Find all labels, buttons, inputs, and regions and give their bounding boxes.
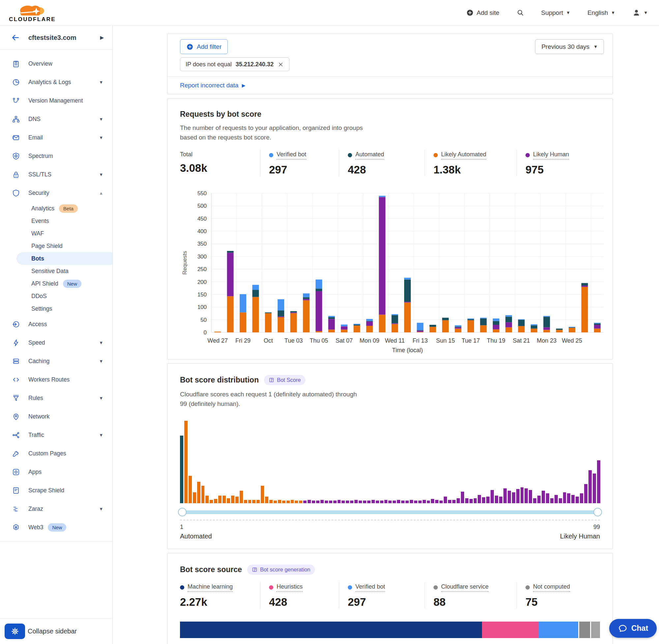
sidebar-item-rules[interactable]: Rules▼	[0, 389, 112, 407]
sidebar-item-settings[interactable]: Settings	[0, 302, 112, 315]
slider-handle-max[interactable]	[593, 508, 602, 516]
stack-icon	[12, 357, 20, 365]
histogram-bar-score-64	[448, 500, 451, 503]
svg-text:150: 150	[197, 292, 207, 298]
slider-handle-min[interactable]	[178, 508, 187, 516]
stat-value: 3.08k	[180, 162, 260, 175]
cloudflare-logo[interactable]: CLOUDFLARE	[8, 3, 57, 23]
sidebar-item-apps[interactable]: Apps	[0, 463, 112, 481]
histogram-bar-score-73	[486, 497, 490, 503]
stat-label: Machine learning	[188, 583, 233, 592]
histogram-bar-score-16	[244, 500, 247, 503]
branch-icon	[12, 97, 20, 105]
support-menu[interactable]: Support▼	[541, 9, 570, 17]
legend-dot	[348, 585, 352, 590]
histogram-bar-score-57	[418, 501, 422, 503]
sidebar-item-bots[interactable]: Bots	[17, 252, 112, 265]
bot-score-generation-badge[interactable]: Bot score generation	[247, 565, 315, 575]
sidebar-item-ssl-tls[interactable]: SSL/TLS▼	[0, 165, 112, 184]
stat-label: Not computed	[533, 583, 570, 592]
share-nodes-icon	[12, 431, 20, 439]
chat-bubble-icon	[618, 624, 628, 634]
sidebar-item-analytics-logs[interactable]: Analytics & Logs▼	[0, 73, 112, 91]
slider-track[interactable]	[180, 510, 600, 514]
sidebar-item-label: Workers Routes	[28, 376, 70, 383]
date-range-dropdown[interactable]: Previous 30 days▼	[535, 39, 604, 54]
sidebar-item-web3[interactable]: Web3New	[0, 518, 112, 536]
sidebar-item-api-shield[interactable]: API ShieldNew	[0, 277, 112, 290]
stat-likely-human: Likely Human975	[517, 150, 600, 176]
card-description: The number of requests to your applicati…	[180, 123, 363, 142]
histogram-bar-score-35	[325, 501, 328, 503]
sidebar-item-overview[interactable]: Overview	[0, 54, 112, 73]
histogram-bar-score-65	[452, 500, 455, 503]
back-arrow-icon[interactable]	[11, 33, 20, 42]
search-button[interactable]	[517, 9, 524, 17]
report-incorrect-data-link[interactable]: Report incorrect data▶	[180, 82, 245, 89]
histogram-bar-score-27	[291, 500, 294, 503]
clipboard-icon	[12, 60, 20, 68]
svg-text:Fri 13: Fri 13	[413, 337, 428, 344]
sidebar-item-sensitive-data[interactable]: Sensitive Data	[0, 265, 112, 277]
sidebar-item-dns[interactable]: DNS▼	[0, 110, 112, 128]
score-range-slider	[180, 508, 600, 516]
add-filter-button[interactable]: Add filter	[180, 39, 228, 54]
chevron-down-icon: ▼	[99, 359, 103, 364]
gear-icon	[10, 627, 20, 636]
sidebar-item-ddos[interactable]: DDoS	[0, 290, 112, 302]
legend-dot	[433, 153, 438, 157]
svg-text:Sat 07: Sat 07	[336, 337, 353, 344]
sidebar-item-custom-pages[interactable]: Custom Pages	[0, 444, 112, 463]
site-name[interactable]: cftestsite3.com	[28, 34, 100, 42]
sidebar-item-label: API Shield	[31, 280, 58, 287]
chat-button[interactable]: Chat	[609, 619, 657, 638]
histogram-bar-score-95	[580, 493, 583, 503]
source-bar-segment-cloudflare-service	[578, 622, 590, 638]
svg-text:Sat 21: Sat 21	[513, 337, 530, 344]
sidebar-item-waf[interactable]: WAF	[0, 227, 112, 240]
sidebar-item-zaraz[interactable]: Zaraz▼	[0, 500, 112, 518]
sidebar-item-access[interactable]: Access	[0, 315, 112, 334]
histogram-bar-score-19	[257, 500, 260, 503]
histogram-bar-score-10	[218, 496, 221, 503]
histogram-bar-score-29	[299, 501, 302, 503]
remove-filter-icon[interactable]	[278, 61, 284, 68]
histogram-bar-score-93	[571, 495, 574, 503]
svg-text:100: 100	[197, 304, 207, 310]
histogram-bar-score-69	[469, 499, 473, 503]
collapse-sidebar-button[interactable]: Collapse sidebar	[28, 627, 77, 635]
sidebar: cftestsite3.com ▶ OverviewAnalytics & Lo…	[0, 26, 113, 644]
sidebar-item-label: Sensitive Data	[31, 268, 69, 275]
sidebar-item-security[interactable]: Security▲	[0, 184, 112, 202]
preferences-button[interactable]	[5, 624, 25, 639]
sidebar-item-workers-routes[interactable]: Workers Routes	[0, 370, 112, 389]
histogram-bar-score-78	[508, 491, 511, 503]
add-site-button[interactable]: Add site	[466, 9, 499, 17]
sidebar-item-analytics[interactable]: AnalyticsBeta	[0, 202, 112, 215]
bot-score-badge[interactable]: Bot Score	[264, 375, 305, 385]
sidebar-item-traffic[interactable]: Traffic▼	[0, 426, 112, 444]
sidebar-item-events[interactable]: Events	[0, 215, 112, 227]
sidebar-item-email[interactable]: Email▼	[0, 128, 112, 147]
histogram-bar-score-51	[393, 501, 396, 503]
language-menu[interactable]: English▼	[587, 9, 615, 17]
account-menu[interactable]: ▼	[632, 8, 648, 17]
sidebar-item-network[interactable]: Network	[0, 407, 112, 426]
sidebar-item-scrape-shield[interactable]: Scrape Shield	[0, 481, 112, 500]
sidebar-item-version-management[interactable]: Version Management	[0, 91, 112, 110]
chevron-down-icon: ▼	[99, 135, 103, 140]
sidebar-item-label: Scrape Shield	[28, 487, 64, 494]
histogram-bar-score-12	[227, 498, 230, 503]
histogram-bar-score-7	[205, 496, 209, 503]
svg-text:Sun 15: Sun 15	[436, 337, 455, 344]
histogram-bar-score-49	[384, 500, 388, 503]
histogram-bar-score-97	[588, 470, 592, 503]
sidebar-item-speed[interactable]: Speed▼	[0, 334, 112, 352]
histogram-bar-score-18	[252, 500, 256, 503]
sidebar-item-page-shield[interactable]: Page Shield	[0, 240, 112, 252]
histogram-bar-score-9	[214, 499, 217, 503]
sidebar-item-spectrum[interactable]: Spectrum	[0, 147, 112, 165]
chevron-down-icon: ▼	[99, 80, 103, 85]
chevron-right-icon[interactable]: ▶	[100, 34, 104, 41]
sidebar-item-caching[interactable]: Caching▼	[0, 352, 112, 370]
